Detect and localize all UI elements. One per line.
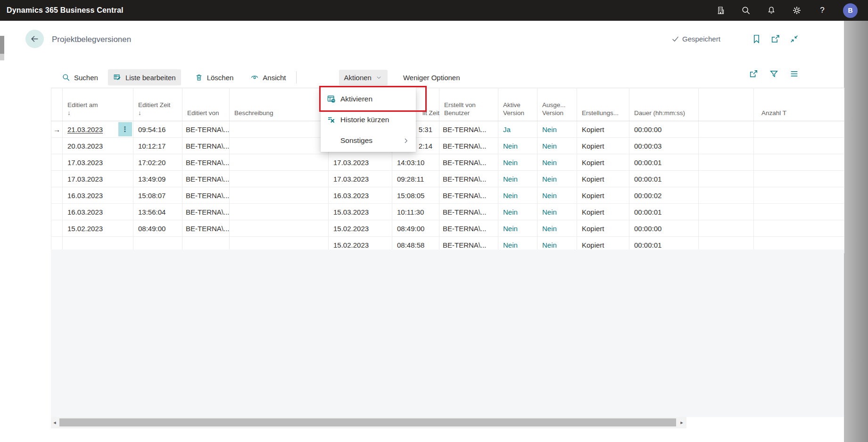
cell-erstellt-von[interactable]: BE-TERNA\...	[439, 154, 498, 171]
help-icon[interactable]: ?	[818, 6, 827, 15]
cell-ausge-version[interactable]: Nein	[537, 171, 577, 187]
menu-item-others[interactable]: Sonstiges	[321, 130, 416, 151]
cell-dauer[interactable]: 00:00:02	[629, 187, 699, 204]
list-view-icon[interactable]	[789, 69, 799, 79]
cell-ausge-version[interactable]: Nein	[537, 138, 577, 154]
cell-aktive-version[interactable]: Nein	[498, 171, 537, 187]
cell-ausge-version[interactable]: Nein	[537, 154, 577, 171]
edit-list-action[interactable]: Liste bearbeiten	[108, 69, 181, 85]
cell-erstellt-von[interactable]: BE-TERNA\...	[439, 121, 498, 138]
cell-erstellungs[interactable]: Kopiert	[577, 121, 629, 138]
cell-erstellungs[interactable]: Kopiert	[577, 204, 629, 220]
cell-erstellt-von[interactable]: BE-TERNA\...	[439, 138, 498, 154]
cell-anzahl[interactable]	[754, 171, 844, 187]
cell-editiert-zeit[interactable]: 13:49:09	[133, 171, 182, 187]
cell-ausge-version[interactable]: Nein	[537, 204, 577, 220]
scroll-right-arrow[interactable]: ►	[678, 420, 686, 425]
cell-editiert-am[interactable]: 17.03.2023	[63, 154, 133, 171]
back-button[interactable]	[25, 30, 44, 48]
column-header-editiert-am[interactable]: Editiert am↓	[63, 88, 133, 121]
cell-erstellt-am[interactable]: 17.03.2023	[329, 171, 392, 187]
cell-editiert-am[interactable]: 16.03.2023	[63, 187, 133, 204]
cell-erstellungs[interactable]: Kopiert	[577, 138, 629, 154]
column-header-editiert-zeit[interactable]: Editiert Zeit↓	[133, 88, 182, 121]
cell-aktive-version[interactable]: Nein	[498, 204, 537, 220]
view-action[interactable]: Ansicht	[245, 69, 291, 85]
cell-dauer[interactable]: 00:00:01	[629, 154, 699, 171]
cell-erstellt-am[interactable]: 15.03.2023	[329, 204, 392, 220]
cell-erstellt-am[interactable]: 16.03.2023	[329, 187, 392, 204]
settings-icon[interactable]	[792, 6, 802, 15]
cell-editiert-von[interactable]: BE-TERNA\...	[182, 204, 230, 220]
cell-beschreibung[interactable]	[230, 204, 329, 220]
cell-beschreibung[interactable]	[230, 138, 329, 154]
cell-erstellt-zeit[interactable]: 14:03:10	[392, 154, 439, 171]
cell-dauer[interactable]: 00:00:01	[629, 171, 699, 187]
cell-editiert-von[interactable]: BE-TERNA\...	[182, 220, 230, 237]
cell-editiert-am[interactable]: 20.03.2023	[63, 138, 133, 154]
menu-item-truncate-history[interactable]: Historie kürzen	[321, 109, 416, 130]
cell-anzahl[interactable]	[754, 138, 844, 154]
actions-menu-button[interactable]: Aktionen	[339, 70, 388, 85]
cell-editiert-von[interactable]: BE-TERNA\...	[182, 121, 230, 138]
cell-anzahl[interactable]	[754, 187, 844, 204]
cell-editiert-von[interactable]: BE-TERNA\...	[182, 171, 230, 187]
column-header-erstellt-von-benutzer[interactable]: Erstellt vonBenutzer	[439, 88, 498, 121]
cell-editiert-zeit[interactable]: 08:49:00	[133, 220, 182, 237]
menu-item-activate[interactable]: % Aktivieren	[321, 89, 416, 109]
cell-dauer[interactable]: 00:00:01	[629, 204, 699, 220]
cell-dauer[interactable]: 00:00:03	[629, 138, 699, 154]
cell-erstellt-zeit[interactable]: 15:08:05	[392, 187, 439, 204]
cell-erstellungs[interactable]: Kopiert	[577, 220, 629, 237]
cell-aktive-version[interactable]: Nein	[498, 154, 537, 171]
cell-aktive-version[interactable]: Nein	[498, 138, 537, 154]
share-icon[interactable]	[749, 69, 759, 79]
cell-editiert-zeit[interactable]: 09:54:16	[133, 121, 182, 138]
cell-erstellungs[interactable]: Kopiert	[577, 171, 629, 187]
cell-beschreibung[interactable]	[230, 220, 329, 237]
cell-erstellt-zeit[interactable]: 10:11:30	[392, 204, 439, 220]
column-header-erstellungs[interactable]: Erstellungs...	[577, 88, 629, 121]
cell-erstellungs[interactable]: Kopiert	[577, 154, 629, 171]
cell-erstellt-zeit[interactable]: 09:28:11	[392, 171, 439, 187]
cell-ausge-version[interactable]: Nein	[537, 187, 577, 204]
cell-editiert-am[interactable]: 16.03.2023	[63, 204, 133, 220]
cell-editiert-zeit[interactable]: 15:08:07	[133, 187, 182, 204]
column-header-aktive-version[interactable]: AktiveVersion	[498, 88, 537, 121]
cell-erstellt-zeit[interactable]: 08:49:00	[392, 220, 439, 237]
cell-dauer[interactable]: 00:00:00	[629, 220, 699, 237]
cell-beschreibung[interactable]	[230, 121, 329, 138]
cell-beschreibung[interactable]	[230, 154, 329, 171]
cell-erstellt-am[interactable]: 17.03.2023	[329, 154, 392, 171]
search-icon[interactable]	[741, 6, 751, 15]
cell-anzahl[interactable]	[754, 204, 844, 220]
cell-erstellungs[interactable]: Kopiert	[577, 187, 629, 204]
cell-erstellt-von[interactable]: BE-TERNA\...	[439, 220, 498, 237]
filter-icon[interactable]	[769, 69, 779, 79]
cell-ausge-version[interactable]: Nein	[537, 220, 577, 237]
cell-erstellt-von[interactable]: BE-TERNA\...	[439, 204, 498, 220]
cell-erstellt-von[interactable]: BE-TERNA\...	[439, 187, 498, 204]
column-header-ausgegebene-version[interactable]: Ausge...Version	[537, 88, 577, 121]
cell-editiert-am[interactable]: 17.03.2023	[63, 171, 133, 187]
cell-editiert-von[interactable]: BE-TERNA\...	[182, 154, 230, 171]
cell-editiert-am[interactable]: 15.02.2023	[63, 220, 133, 237]
column-header-dauer[interactable]: Dauer (hh:mm:ss)	[629, 88, 699, 121]
bookmark-icon[interactable]	[752, 34, 761, 44]
horizontal-scrollbar[interactable]: ◄ ►	[51, 417, 686, 428]
scroll-thumb[interactable]	[59, 418, 676, 426]
fewer-options-button[interactable]: Weniger Optionen	[398, 70, 465, 85]
cell-erstellt-von[interactable]: BE-TERNA\...	[439, 171, 498, 187]
delete-action[interactable]: Löschen	[190, 69, 239, 85]
search-action[interactable]: Suchen	[57, 69, 103, 85]
cell-context-menu-button[interactable]: ⋮	[118, 122, 132, 136]
open-in-new-window-icon[interactable]	[770, 34, 780, 44]
cell-anzahl[interactable]	[754, 220, 844, 237]
scroll-left-arrow[interactable]: ◄	[51, 420, 58, 425]
cell-editiert-zeit[interactable]: 13:56:04	[133, 204, 182, 220]
column-header-beschreibung[interactable]: Beschreibung	[230, 88, 329, 121]
cell-editiert-zeit[interactable]: 17:02:20	[133, 154, 182, 171]
cell-beschreibung[interactable]	[230, 171, 329, 187]
environment-icon[interactable]	[716, 6, 725, 15]
cell-beschreibung[interactable]	[230, 187, 329, 204]
